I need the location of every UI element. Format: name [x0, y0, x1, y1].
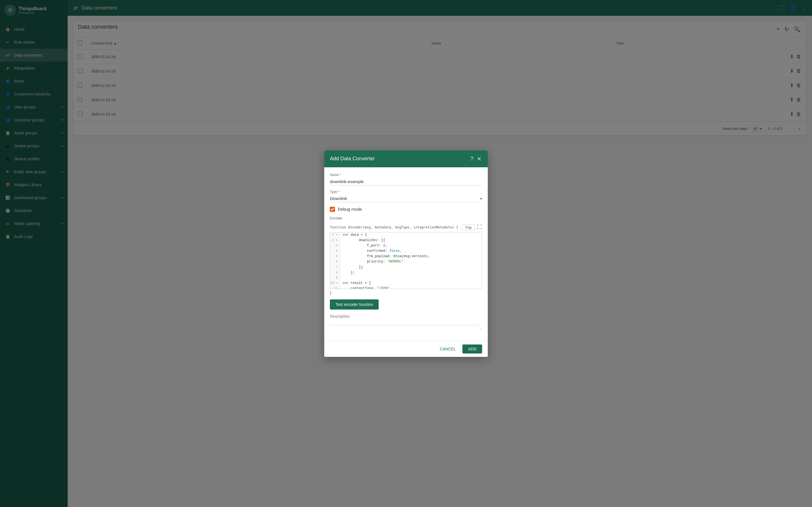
code-editor[interactable]: 1 ▸ var data = { 2 ▸ downlinks: [{ 3 f_p…	[330, 232, 482, 289]
code-line: 8 };	[330, 270, 482, 276]
code-line: 2 ▸ downlinks: [{	[330, 238, 482, 243]
code-lines: 1 ▸ var data = { 2 ▸ downlinks: [{ 3 f_p…	[330, 232, 482, 289]
name-field: Name	[330, 173, 482, 185]
modal-title: Add Data Converter	[330, 156, 470, 162]
debug-mode-label: Debug mode	[338, 207, 362, 212]
modal-header-actions: ? ✕	[470, 155, 482, 163]
type-select[interactable]: Downlink Uplink	[330, 195, 482, 202]
modal-header: Add Data Converter ? ✕	[324, 151, 488, 167]
code-line: 11 contentType: "JSON",	[330, 286, 482, 289]
name-label: Name	[330, 173, 482, 177]
add-button[interactable]: Add	[462, 344, 482, 353]
debug-mode-row: Debug mode	[330, 207, 482, 212]
modal-overlay: Add Data Converter ? ✕ Name Type Downlin…	[0, 0, 812, 507]
encoder-fn-signature: function Encoder(msg, metadata, msgType,…	[330, 225, 458, 229]
type-select-wrap: Downlink Uplink ▾	[330, 195, 482, 202]
test-encoder-button[interactable]: Test encoder function	[330, 299, 378, 309]
code-line: 6 priority: "NORMAL"	[330, 259, 482, 265]
code-line: 4 confirmed: false,	[330, 248, 482, 254]
modal-footer: Cancel Add	[324, 341, 488, 357]
modal-close-button[interactable]: ✕	[476, 155, 482, 163]
type-label: Type	[330, 190, 482, 194]
modal-help-button[interactable]: ?	[470, 155, 474, 163]
modal-body: Name Type Downlink Uplink ▾ Debug mode	[324, 167, 488, 341]
name-input[interactable]	[330, 178, 482, 185]
encoder-label: Encoder	[330, 216, 482, 220]
encoder-fn-bar: function Encoder(msg, metadata, msgType,…	[330, 223, 482, 232]
code-line: 7 }]	[330, 265, 482, 270]
fullscreen-editor-button[interactable]: ⛶	[477, 224, 482, 230]
encoder-field: Encoder function Encoder(msg, metadata, …	[330, 216, 482, 295]
resize-handle-icon: ⤡	[479, 326, 482, 331]
code-line: 5 frm_payload: btoa(msg.version),	[330, 254, 482, 259]
code-line: 1 ▸ var data = {	[330, 232, 482, 238]
description-input[interactable]	[330, 314, 482, 325]
description-field: ⤡	[330, 314, 482, 331]
cancel-button[interactable]: Cancel	[435, 344, 460, 353]
closing-brace: }	[330, 289, 482, 295]
code-line: 10 ▸ var result = {	[330, 281, 482, 286]
debug-mode-checkbox[interactable]	[330, 207, 335, 212]
code-line: 3 f_port: 2,	[330, 243, 482, 248]
type-field: Type Downlink Uplink ▾	[330, 190, 482, 202]
add-data-converter-modal: Add Data Converter ? ✕ Name Type Downlin…	[324, 151, 488, 357]
code-line: 9	[330, 276, 482, 281]
tidy-button[interactable]: Tidy	[462, 224, 475, 230]
